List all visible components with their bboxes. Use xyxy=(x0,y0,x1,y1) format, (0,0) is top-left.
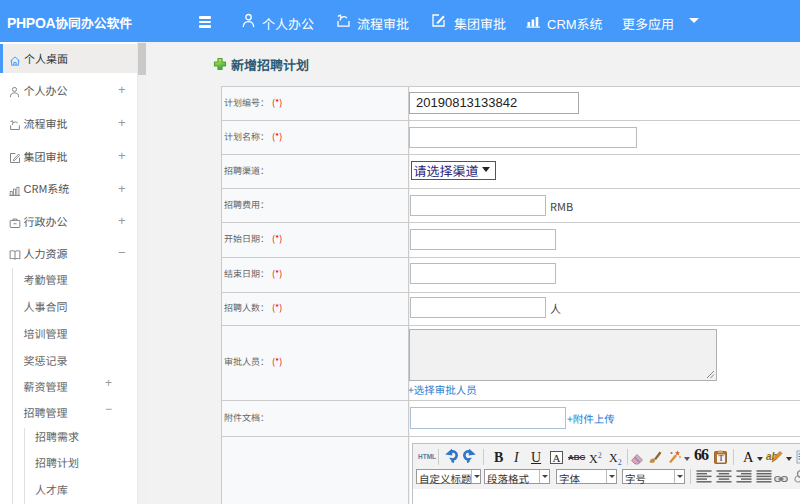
svg-text:T: T xyxy=(718,454,723,463)
